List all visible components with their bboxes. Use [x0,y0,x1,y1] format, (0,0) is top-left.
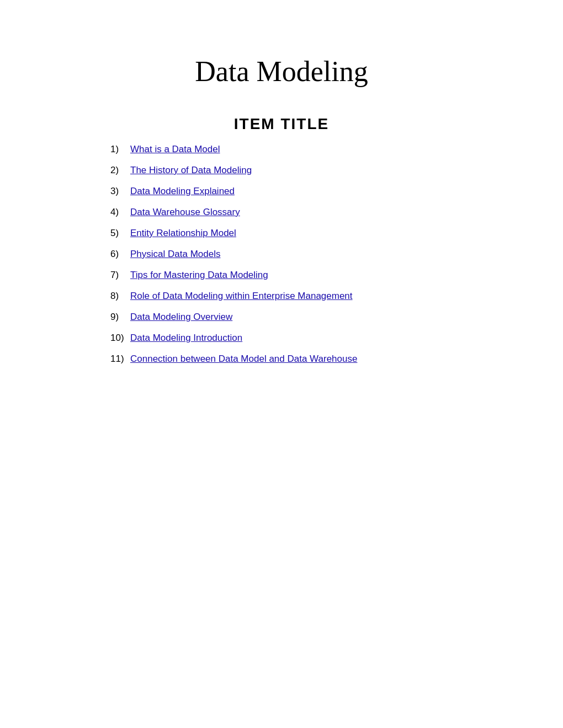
toc-item-number: 2) [110,165,130,176]
toc-item-number: 1) [110,144,130,155]
toc-item: 4)Data Warehouse Glossary [110,207,519,218]
toc-item: 10)Data Modeling Introduction [110,333,519,344]
toc-item-link[interactable]: The History of Data Modeling [130,165,252,176]
toc-item-number: 3) [110,186,130,197]
toc-item-number: 10) [110,333,130,344]
toc-item: 1)What is a Data Model [110,144,519,155]
toc-item-number: 6) [110,249,130,260]
toc-item-link[interactable]: Physical Data Models [130,249,220,260]
toc-item: 3)Data Modeling Explained [110,186,519,197]
toc-item-number: 4) [110,207,130,218]
toc-item-link[interactable]: Data Modeling Introduction [130,333,242,344]
toc-item: 5)Entity Relationship Model [110,228,519,239]
toc-item: 2)The History of Data Modeling [110,165,519,176]
toc-item-number: 8) [110,291,130,302]
toc-item-link[interactable]: What is a Data Model [130,144,220,155]
toc-item-number: 5) [110,228,130,239]
section-title: ITEM TITLE [44,115,519,133]
toc-item: 9)Data Modeling Overview [110,312,519,323]
toc-item: 8)Role of Data Modeling within Enterpris… [110,291,519,302]
toc-item-link[interactable]: Role of Data Modeling within Enterprise … [130,291,353,302]
toc-item-link[interactable]: Data Modeling Explained [130,186,235,197]
toc-item: 6)Physical Data Models [110,249,519,260]
toc-item-number: 11) [110,354,130,365]
toc-item-link[interactable]: Entity Relationship Model [130,228,236,239]
toc-item: 11)Connection between Data Model and Dat… [110,354,519,365]
toc-item-link[interactable]: Tips for Mastering Data Modeling [130,270,268,281]
page-title: Data Modeling [44,55,519,88]
toc-item-number: 9) [110,312,130,323]
toc-item-link[interactable]: Data Modeling Overview [130,312,232,323]
toc-item: 7)Tips for Mastering Data Modeling [110,270,519,281]
toc-item-link[interactable]: Data Warehouse Glossary [130,207,240,218]
toc-list: 1)What is a Data Model 2)The History of … [44,144,519,365]
toc-item-number: 7) [110,270,130,281]
toc-item-link[interactable]: Connection between Data Model and Data W… [130,354,357,365]
